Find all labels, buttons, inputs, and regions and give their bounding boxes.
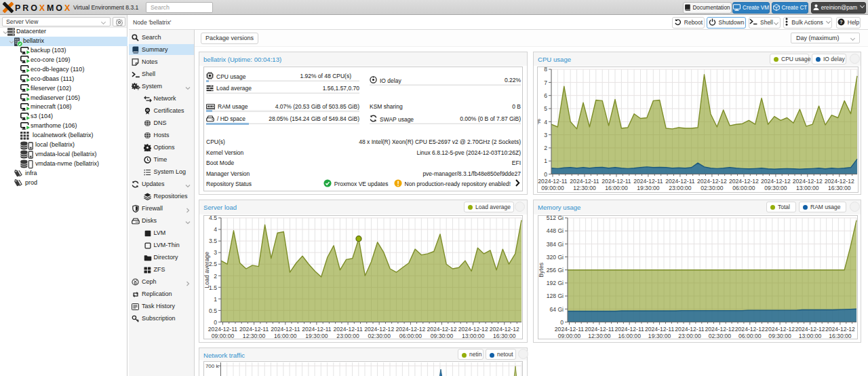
svg-text:384 Gi: 384 Gi [547, 241, 564, 248]
svg-text:?: ? [840, 20, 842, 24]
svg-text:06:00:00: 06:00:00 [732, 185, 755, 191]
svg-text:5: 5 [544, 105, 547, 112]
svg-text:2024-12-11: 2024-12-11 [645, 326, 675, 333]
svg-text:13:00:00: 13:00:00 [462, 333, 485, 339]
svg-text:256 Gi: 256 Gi [547, 267, 564, 274]
svg-text:2: 2 [544, 145, 547, 151]
svg-text:16:00:00: 16:00:00 [274, 333, 297, 339]
svg-text:3: 3 [544, 132, 547, 138]
svg-text:2024-12-12: 2024-12-12 [793, 178, 823, 185]
svg-text:2024-12-11: 2024-12-11 [239, 326, 269, 333]
svg-text:02:30:00: 02:30:00 [701, 185, 724, 191]
svg-text:2024-12-11: 2024-12-11 [615, 326, 645, 333]
svg-text:2024-12-11: 2024-12-11 [302, 326, 332, 333]
svg-text:23:00:00: 23:00:00 [678, 333, 701, 339]
svg-text:2024-12-11: 2024-12-11 [333, 326, 363, 333]
svg-text:16:00:00: 16:00:00 [605, 185, 628, 191]
svg-text:2024-12-12: 2024-12-12 [490, 326, 519, 333]
svg-text:2024-12-12: 2024-12-12 [735, 326, 765, 333]
svg-text:09:00:00: 09:00:00 [212, 333, 235, 339]
svg-text:320 Gi: 320 Gi [547, 254, 564, 261]
svg-text:2024-12-12: 2024-12-12 [825, 326, 855, 333]
svg-text:23:00:00: 23:00:00 [336, 333, 359, 339]
svg-text:2024-12-11: 2024-12-11 [585, 326, 614, 333]
svg-text:02:30:00: 02:30:00 [368, 333, 391, 339]
svg-text:7: 7 [544, 79, 547, 86]
svg-text:09:00:00: 09:00:00 [541, 185, 564, 191]
svg-text:Bytes: Bytes [538, 262, 545, 278]
svg-text:3: 3 [214, 249, 217, 256]
svg-text:0: 0 [544, 171, 547, 178]
svg-text:16:30:00: 16:30:00 [829, 333, 852, 339]
svg-text:12:30:00: 12:30:00 [573, 185, 596, 191]
svg-text:3.5: 3.5 [209, 238, 217, 244]
svg-text:1: 1 [214, 296, 217, 303]
svg-text:0: 0 [214, 319, 217, 326]
svg-text:19:30:00: 19:30:00 [637, 185, 660, 191]
svg-text:2024-12-12: 2024-12-12 [795, 326, 825, 333]
svg-text:2024-12-12: 2024-12-12 [364, 326, 394, 333]
svg-text:2024-12-12: 2024-12-12 [458, 326, 488, 333]
svg-text:8: 8 [544, 67, 547, 73]
svg-text:2024-12-12: 2024-12-12 [697, 178, 727, 185]
svg-text:09:30:00: 09:30:00 [431, 333, 454, 339]
svg-text:19:30:00: 19:30:00 [648, 333, 671, 339]
svg-text:2024-12-11: 2024-12-11 [271, 326, 300, 333]
svg-text:2024-12-12: 2024-12-12 [395, 326, 425, 333]
svg-text:2024-12-12: 2024-12-12 [729, 178, 759, 185]
svg-text:2024-12-11: 2024-12-11 [570, 178, 599, 185]
svg-text:2024-12-11: 2024-12-11 [633, 178, 663, 185]
svg-text:12:30:00: 12:30:00 [243, 333, 266, 339]
svg-text:2024-12-12: 2024-12-12 [705, 326, 734, 333]
svg-text:23:00:00: 23:00:00 [669, 185, 692, 191]
svg-text:02:30:00: 02:30:00 [709, 333, 732, 339]
svg-text:09:00:00: 09:00:00 [558, 333, 581, 339]
svg-text:4: 4 [544, 119, 547, 126]
svg-text:4: 4 [214, 226, 217, 233]
svg-text:09:30:00: 09:30:00 [764, 185, 787, 191]
svg-text:2024-12-11: 2024-12-11 [538, 178, 568, 185]
svg-text:13:00:00: 13:00:00 [796, 185, 819, 191]
svg-text:Load average: Load average [204, 252, 210, 288]
svg-text:64 Gi: 64 Gi [549, 306, 564, 313]
svg-text:4.5: 4.5 [209, 216, 217, 221]
svg-text:16:30:00: 16:30:00 [493, 333, 516, 339]
svg-text:2024-12-11: 2024-12-11 [675, 326, 705, 333]
svg-text:12:30:00: 12:30:00 [588, 333, 611, 339]
svg-text:2024-12-12: 2024-12-12 [825, 178, 854, 185]
svg-text:448 Gi: 448 Gi [547, 227, 564, 234]
svg-text:16:00:00: 16:00:00 [618, 333, 641, 339]
svg-text:19:30:00: 19:30:00 [305, 333, 328, 339]
svg-text:2024-12-11: 2024-12-11 [555, 326, 585, 333]
svg-text:09:30:00: 09:30:00 [768, 333, 791, 339]
svg-text:2024-12-11: 2024-12-11 [208, 326, 238, 333]
svg-text:06:00:00: 06:00:00 [738, 333, 762, 339]
svg-text:2024-12-11: 2024-12-11 [601, 178, 631, 185]
svg-text:16:30:00: 16:30:00 [828, 185, 851, 191]
svg-text:700 k: 700 k [205, 363, 220, 369]
svg-text:192 Gi: 192 Gi [547, 280, 564, 286]
svg-text:0.5: 0.5 [209, 307, 217, 314]
svg-text:2: 2 [214, 273, 217, 280]
svg-text:6: 6 [544, 92, 547, 99]
svg-text:06:00:00: 06:00:00 [399, 333, 422, 339]
svg-text:2024-12-12: 2024-12-12 [761, 178, 791, 185]
svg-text:512 Gi: 512 Gi [547, 216, 564, 221]
svg-text:128 Gi: 128 Gi [547, 293, 564, 299]
svg-text:2024-12-12: 2024-12-12 [765, 326, 795, 333]
svg-text:13:00:00: 13:00:00 [799, 333, 822, 339]
svg-text:2024-12-11: 2024-12-11 [665, 178, 695, 185]
svg-text:2024-12-12: 2024-12-12 [427, 326, 457, 333]
svg-text:0: 0 [560, 319, 564, 326]
svg-text:%: % [538, 119, 542, 124]
svg-text:1: 1 [544, 157, 547, 164]
